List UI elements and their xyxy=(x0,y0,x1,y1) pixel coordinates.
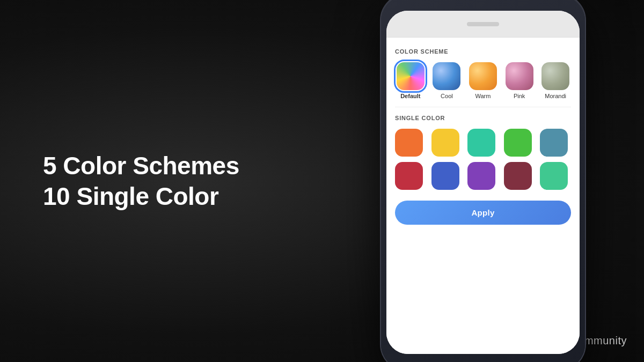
main-title: 5 Color Schemes 10 Single Color xyxy=(43,150,239,212)
color-swatch-steel-blue[interactable] xyxy=(540,129,568,157)
phone-wrapper: COLOR SCHEME Default Cool Warm xyxy=(354,0,612,362)
scheme-name-default: Default xyxy=(400,93,420,99)
color-swatch-mint[interactable] xyxy=(540,162,568,190)
title-line2: 10 Single Color xyxy=(43,182,218,210)
color-swatch-maroon[interactable] xyxy=(504,162,532,190)
settings-panel: COLOR SCHEME Default Cool Warm xyxy=(386,38,580,354)
scheme-item-cool[interactable]: Cool xyxy=(431,62,463,99)
scheme-item-warm[interactable]: Warm xyxy=(467,62,499,99)
scheme-swatch-warm[interactable] xyxy=(469,62,497,90)
apply-button[interactable]: Apply xyxy=(395,201,571,225)
color-swatch-purple[interactable] xyxy=(467,162,495,190)
color-scheme-row: Default Cool Warm Pink xyxy=(395,62,571,99)
color-swatch-red[interactable] xyxy=(395,162,423,190)
phone-outer: COLOR SCHEME Default Cool Warm xyxy=(381,0,585,362)
scheme-swatch-default[interactable] xyxy=(397,62,425,90)
scheme-item-morandi[interactable]: Morandi xyxy=(540,62,571,99)
color-swatch-teal[interactable] xyxy=(467,129,495,157)
screen-top-bar xyxy=(386,11,580,38)
scheme-swatch-pink[interactable] xyxy=(506,62,533,90)
color-swatch-orange[interactable] xyxy=(395,129,423,157)
scheme-item-default[interactable]: Default xyxy=(395,62,426,99)
phone-screen: COLOR SCHEME Default Cool Warm xyxy=(386,11,580,354)
scheme-name-morandi: Morandi xyxy=(545,93,566,99)
title-line1: 5 Color Schemes xyxy=(43,151,239,179)
color-swatch-yellow[interactable] xyxy=(431,129,459,157)
scheme-swatch-morandi[interactable] xyxy=(541,62,569,90)
scheme-item-pink[interactable]: Pink xyxy=(504,62,535,99)
screen-inner: COLOR SCHEME Default Cool Warm xyxy=(386,11,580,354)
color-swatch-green[interactable] xyxy=(504,129,532,157)
scheme-name-cool: Cool xyxy=(441,93,453,99)
scheme-name-pink: Pink xyxy=(514,93,525,99)
color-swatch-blue[interactable] xyxy=(431,162,459,190)
scheme-swatch-cool[interactable] xyxy=(433,62,460,90)
divider xyxy=(395,107,571,107)
single-color-label: SINGLE COLOR xyxy=(395,115,571,121)
left-panel: 5 Color Schemes 10 Single Color xyxy=(43,150,239,212)
color-scheme-label: COLOR SCHEME xyxy=(395,48,571,55)
scheme-name-warm: Warm xyxy=(475,93,491,99)
single-color-grid xyxy=(395,129,571,190)
